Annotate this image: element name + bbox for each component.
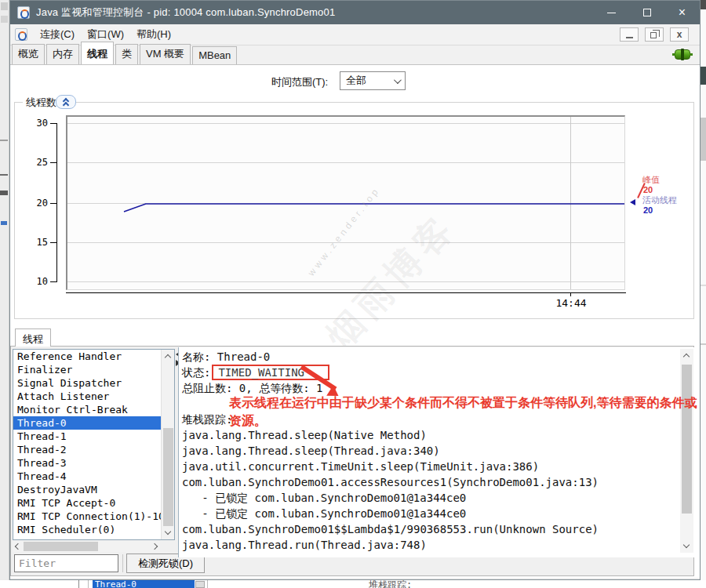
- thread-list-item[interactable]: Finalizer: [13, 363, 161, 376]
- menu-connect[interactable]: 连接(C): [34, 25, 81, 44]
- scrollbar-thumb[interactable]: [163, 428, 173, 526]
- collapse-chart-button[interactable]: [56, 95, 76, 109]
- time-range-label: 时间范围(T):: [271, 75, 328, 89]
- thread-list-item[interactable]: Monitor Ctrl-Break: [13, 403, 161, 416]
- scroll-left-icon[interactable]: [15, 543, 21, 550]
- thread-list-item[interactable]: Thread-2: [13, 443, 161, 456]
- red-annotation-line2: 资源。: [229, 413, 267, 429]
- red-annotation-line1: 表示线程在运行中由于缺少某个条件而不得不被置于条件等待队列,等待需要的条件或: [229, 395, 697, 411]
- stack-trace-line: - 已锁定 com.luban.SynchroDemo01@1a344ce0: [179, 490, 694, 506]
- frame-close-button[interactable]: x: [670, 27, 689, 42]
- threads-subtab[interactable]: 线程: [15, 328, 51, 347]
- background-window-strip: Thread-0 堆栈跟踪:: [0, 580, 706, 588]
- detail-vertical-scrollbar[interactable]: [680, 349, 693, 553]
- y-tick-label: 10: [26, 277, 48, 286]
- y-tick-label: 15: [26, 238, 48, 247]
- thread-counts-line: 总阻止数: 0, 总等待数: 1: [179, 380, 694, 396]
- tab-threads[interactable]: 线程: [81, 42, 114, 64]
- stack-trace-line: com.luban.SynchroDemo01$$Lambda$1/990368…: [179, 521, 694, 537]
- background-selected-thread: Thread-0: [93, 580, 195, 588]
- stack-trace-line: java.util.concurrent.TimeUnit.sleep(Time…: [179, 459, 694, 474]
- scroll-up-icon[interactable]: [683, 354, 690, 360]
- series-marker-triangle-icon: [630, 199, 635, 205]
- x-axis-tick: [570, 292, 571, 296]
- thread-list-item[interactable]: DestroyJavaVM: [13, 483, 161, 496]
- thread-list-horizontal-scrollbar[interactable]: [13, 541, 160, 552]
- minimize-icon: [626, 37, 633, 38]
- close-button[interactable]: ×: [664, 1, 700, 24]
- minimize-button[interactable]: [594, 1, 629, 24]
- tab-overview[interactable]: 概览: [12, 44, 45, 64]
- stack-trace-line: - 已锁定 com.luban.SynchroDemo01@1a344ce0: [179, 506, 694, 521]
- thread-name-line: 名称: Thread-0: [179, 349, 694, 365]
- thread-list-item[interactable]: Thread-4: [13, 470, 161, 483]
- thread-list-item[interactable]: RMI TCP Connection(1)-10.2.66.: [13, 510, 161, 523]
- peak-annotation-value: 20: [643, 185, 653, 194]
- thread-count-series: [67, 117, 625, 290]
- toolbar-separator: [122, 554, 123, 572]
- maximize-icon: [643, 9, 651, 16]
- java-icon: [17, 6, 30, 19]
- background-right-sliver: [701, 0, 706, 580]
- thread-list-item[interactable]: Attach Listener: [13, 390, 161, 403]
- scroll-right-icon[interactable]: [151, 543, 158, 550]
- chart-title: 线程数: [23, 96, 60, 110]
- chevron-down-icon: [394, 76, 402, 84]
- threads-tab-content: 时间范围(T): 全部 线程数 30 25 20 15 10 1: [10, 64, 700, 578]
- thread-list-item[interactable]: Signal Dispatcher: [13, 376, 161, 390]
- time-range-value: 全部: [346, 74, 366, 88]
- time-range-select[interactable]: 全部: [340, 71, 406, 90]
- stack-trace-line: java.lang.Thread.sleep(Native Method): [179, 427, 694, 443]
- tab-vm-summary[interactable]: VM 概要: [140, 44, 191, 64]
- tab-memory[interactable]: 内存: [46, 44, 79, 64]
- thread-list-item[interactable]: RMI Scheduler(0): [13, 523, 161, 536]
- background-left-sliver: [0, 0, 9, 580]
- thread-list-item[interactable]: Thread-3: [13, 456, 161, 470]
- filter-input[interactable]: [14, 554, 118, 572]
- x-tick-label: 14:44: [550, 298, 592, 309]
- stack-trace-line: com.luban.SynchroDemo01.accessResources1…: [179, 474, 694, 490]
- y-tick-label: 20: [26, 198, 48, 208]
- window-title: Java 监视和管理控制台 - pid: 10004 com.luban.Syn…: [36, 5, 335, 20]
- scroll-down-icon[interactable]: [683, 542, 690, 548]
- close-icon: ×: [679, 6, 686, 19]
- y-tick-label: 30: [26, 118, 48, 128]
- thread-list: Reference Handler Finalizer Signal Dispa…: [13, 349, 175, 540]
- thread-list-vertical-scrollbar[interactable]: [161, 350, 174, 539]
- background-partial-text: 堆栈跟踪:: [369, 580, 412, 588]
- frame-minimize-button[interactable]: [620, 27, 639, 42]
- connection-status-icon: [672, 49, 693, 60]
- scrollbar-thumb[interactable]: [24, 542, 98, 551]
- menu-help[interactable]: 帮助(H): [130, 25, 177, 44]
- maximize-button[interactable]: [629, 1, 664, 24]
- thread-list-item[interactable]: RMI TCP Accept-0: [13, 496, 161, 510]
- thread-count-chart: [66, 115, 625, 290]
- main-tab-bar: 概览 内存 线程 类 VM 概要 MBean: [10, 45, 700, 64]
- live-threads-annotation-value: 20: [643, 205, 653, 215]
- thread-list-item[interactable]: Thread-1: [13, 430, 161, 443]
- stack-trace-line: java.lang.Thread.sleep(Thread.java:340): [179, 443, 694, 459]
- scroll-down-icon[interactable]: [165, 528, 171, 535]
- stack-trace-line: java.lang.Thread.run(Thread.java:748): [179, 537, 694, 553]
- frame-restore-button[interactable]: [645, 27, 664, 42]
- close-icon: x: [677, 30, 682, 39]
- chevron-up-icon: [63, 102, 69, 108]
- scroll-up-icon[interactable]: [165, 354, 171, 361]
- y-tick-label: 25: [26, 158, 48, 167]
- thread-list-item-selected[interactable]: Thread-0: [13, 416, 161, 430]
- thread-list-item[interactable]: Reference Handler: [13, 350, 161, 363]
- thread-name-value: Thread-0: [217, 350, 270, 363]
- tab-classes[interactable]: 类: [115, 44, 138, 64]
- y-axis-line: [56, 123, 57, 282]
- minimize-icon: [607, 13, 616, 13]
- title-bar: Java 监视和管理控制台 - pid: 10004 com.luban.Syn…: [10, 1, 700, 24]
- jconsole-window: Java 监视和管理控制台 - pid: 10004 com.luban.Syn…: [9, 0, 701, 580]
- threads-panel: Reference Handler Finalizer Signal Dispa…: [10, 346, 694, 576]
- java-icon-small: [15, 28, 27, 41]
- thread-detail-panel: 名称: Thread-0 状态:TIMED_WAITING 总阻止数: 0, 总…: [178, 347, 694, 557]
- thread-state-line: 状态:TIMED_WAITING: [179, 365, 694, 380]
- restore-icon: [650, 32, 657, 38]
- live-threads-annotation-label: 活动线程: [642, 195, 677, 205]
- tab-mbean[interactable]: MBean: [192, 46, 237, 64]
- scrollbar-thumb[interactable]: [682, 365, 692, 514]
